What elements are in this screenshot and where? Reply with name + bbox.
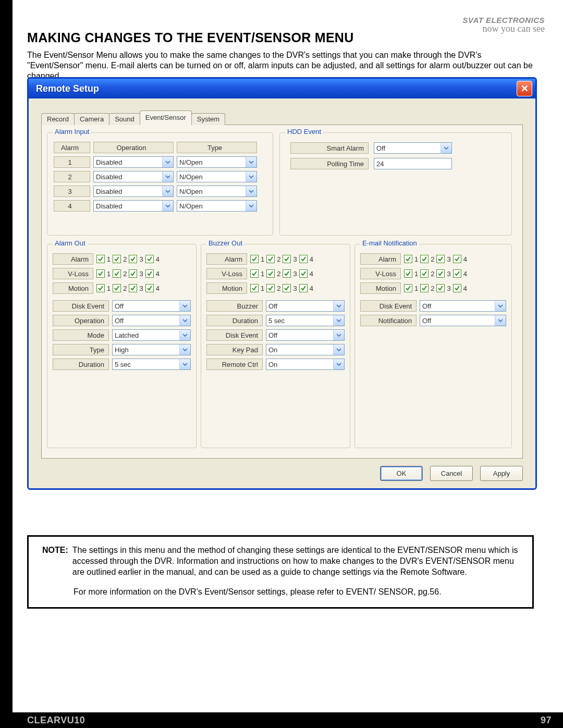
option-combo[interactable]: Off xyxy=(420,315,506,326)
checkbox[interactable] xyxy=(299,255,308,263)
combo-type[interactable]: N/Open xyxy=(177,186,257,197)
combo-operation[interactable]: Disabled xyxy=(93,200,174,212)
option-combo[interactable]: On xyxy=(266,344,345,355)
option-combo[interactable]: Off xyxy=(266,329,345,341)
tab-record[interactable]: Record xyxy=(41,113,75,125)
tab-camera[interactable]: Camera xyxy=(74,113,109,125)
checkbox[interactable] xyxy=(96,269,105,278)
check-group: 1234 xyxy=(404,284,467,292)
option-combo[interactable]: Off xyxy=(112,315,191,326)
checkbox[interactable] xyxy=(266,269,275,278)
checkbox[interactable] xyxy=(453,269,461,278)
option-combo[interactable]: Latched xyxy=(112,329,191,341)
check-row-label: Motion xyxy=(360,282,401,294)
checkbox[interactable] xyxy=(113,284,121,292)
combo-operation[interactable]: Disabled xyxy=(93,171,174,182)
window-title: Remote Setup xyxy=(36,83,99,94)
option-combo[interactable]: Off xyxy=(420,300,506,312)
checkbox[interactable] xyxy=(145,255,154,263)
checkbox[interactable] xyxy=(145,284,154,292)
option-combo[interactable]: 5 sec xyxy=(112,359,191,370)
checkbox[interactable] xyxy=(250,269,259,278)
checkbox[interactable] xyxy=(299,269,308,278)
check-group: 1234 xyxy=(250,284,313,292)
checkbox[interactable] xyxy=(129,284,137,292)
combo-smart-alarm[interactable]: Off xyxy=(374,142,452,154)
checkbox[interactable] xyxy=(453,255,461,263)
checkbox-label: 4 xyxy=(463,285,467,292)
option-value: Latched xyxy=(113,331,139,339)
option-combo[interactable]: High xyxy=(112,344,191,355)
checkbox[interactable] xyxy=(96,284,105,292)
chevron-down-icon xyxy=(495,315,506,326)
combo-type[interactable]: N/Open xyxy=(177,156,257,168)
chevron-down-icon xyxy=(246,157,256,167)
tab-event-sensor[interactable]: Event/Sensor xyxy=(140,110,192,125)
checkbox[interactable] xyxy=(113,255,121,263)
value-smart-alarm: Off xyxy=(374,144,385,152)
checkbox-label: 4 xyxy=(463,270,467,278)
checkbox-label: 3 xyxy=(293,255,297,263)
checkbox[interactable] xyxy=(436,284,445,292)
checkbox[interactable] xyxy=(266,255,275,263)
option-combo[interactable]: On xyxy=(266,359,345,370)
combo-type[interactable]: N/Open xyxy=(177,171,257,182)
checkbox-label: 4 xyxy=(156,255,160,263)
chevron-down-icon xyxy=(333,359,344,369)
value-operation: Disabled xyxy=(94,173,123,181)
checkbox-label: 1 xyxy=(261,285,264,292)
checkbox[interactable] xyxy=(250,284,259,292)
option-label: Notification xyxy=(360,315,417,326)
ok-button[interactable]: OK xyxy=(380,466,423,481)
page-footer: CLEARVU10 97 xyxy=(0,712,563,728)
option-label: Disk Event xyxy=(360,300,417,312)
combo-operation[interactable]: Disabled xyxy=(93,186,174,197)
option-combo[interactable]: Off xyxy=(112,300,191,312)
close-button[interactable]: ✕ xyxy=(517,81,532,96)
checkbox-label: 3 xyxy=(447,255,450,263)
checkbox[interactable] xyxy=(113,269,121,278)
option-label: Disk Event xyxy=(53,300,109,312)
option-combo[interactable]: Off xyxy=(266,300,345,312)
checkbox[interactable] xyxy=(420,269,429,278)
chevron-down-icon xyxy=(162,157,173,167)
tab-sound[interactable]: Sound xyxy=(109,113,140,125)
option-value: Off xyxy=(266,331,277,339)
checkbox-label: 2 xyxy=(277,255,280,263)
checkbox[interactable] xyxy=(436,255,445,263)
option-row: Disk EventOff xyxy=(47,299,196,313)
checkbox[interactable] xyxy=(453,284,461,292)
checkbox[interactable] xyxy=(145,269,154,278)
checkbox[interactable] xyxy=(436,269,445,278)
checkbox[interactable] xyxy=(420,284,429,292)
checkbox[interactable] xyxy=(404,284,412,292)
cancel-button[interactable]: Cancel xyxy=(430,466,473,481)
chevron-down-icon xyxy=(495,301,506,311)
checkbox-label: 2 xyxy=(277,270,280,278)
combo-type[interactable]: N/Open xyxy=(177,200,257,212)
alarm-input-row: 4DisabledN/Open xyxy=(47,199,273,213)
checkbox[interactable] xyxy=(283,255,291,263)
option-combo[interactable]: 5 sec xyxy=(266,315,345,326)
checkbox[interactable] xyxy=(96,255,105,263)
checkbox[interactable] xyxy=(129,269,137,278)
checkbox[interactable] xyxy=(404,269,412,278)
apply-button[interactable]: Apply xyxy=(480,466,523,481)
option-row: BuzzerOff xyxy=(201,299,350,313)
checkbox[interactable] xyxy=(250,255,259,263)
checkbox[interactable] xyxy=(283,284,291,292)
window-titlebar[interactable]: Remote Setup ✕ xyxy=(29,79,535,98)
checkbox[interactable] xyxy=(404,255,412,263)
checkbox[interactable] xyxy=(266,284,275,292)
checkbox[interactable] xyxy=(299,284,308,292)
option-label: Key Pad xyxy=(206,344,263,355)
combo-operation[interactable]: Disabled xyxy=(93,156,174,168)
check-row: Motion1234 xyxy=(47,281,196,295)
input-polling-time[interactable]: 24 xyxy=(374,158,452,169)
check-row-label: Alarm xyxy=(360,253,401,265)
checkbox[interactable] xyxy=(129,255,137,263)
checkbox[interactable] xyxy=(420,255,429,263)
tab-system[interactable]: System xyxy=(191,113,225,125)
option-value: 5 sec xyxy=(113,361,131,368)
checkbox[interactable] xyxy=(283,269,291,278)
